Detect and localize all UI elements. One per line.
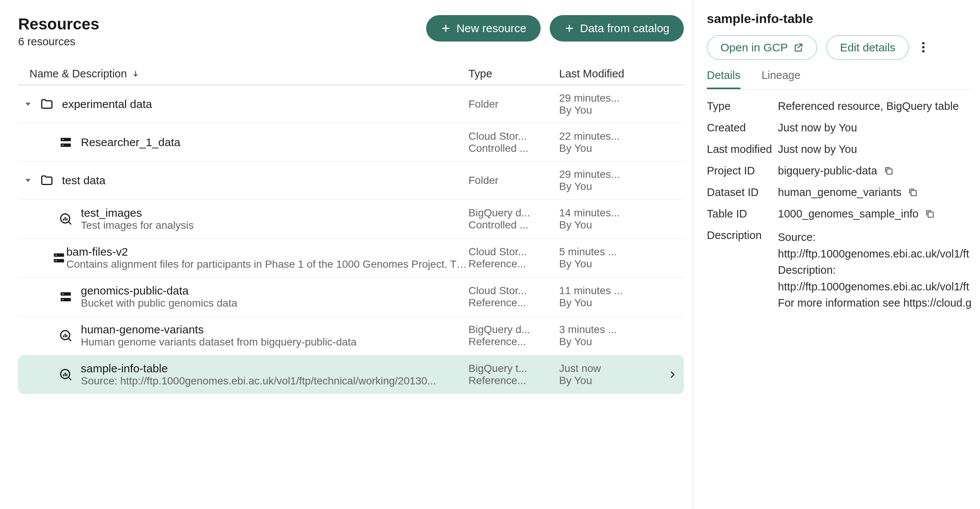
resource-description: Human genome variants dataset from bigqu…: [81, 336, 356, 348]
more-vertical-icon: [922, 41, 925, 53]
table-row[interactable]: test dataFolder29 minutes...By You: [18, 162, 684, 200]
storage-icon: [57, 290, 81, 304]
resource-name: experimental data: [62, 98, 152, 111]
resource-modified: Just nowBy You: [559, 363, 661, 387]
detail-description-value: Source:http://ftp.1000genomes.ebi.ac.uk/…: [778, 229, 972, 311]
copy-icon: [924, 208, 935, 219]
open-in-gcp-button[interactable]: Open in GCP: [707, 35, 817, 60]
tab-lineage[interactable]: Lineage: [762, 69, 800, 89]
resource-count: 6 resources: [18, 35, 426, 48]
resource-name: genomics-public-data: [81, 284, 237, 297]
detail-project-id-value: bigquery-public-data: [778, 165, 877, 177]
page-title: Resources: [18, 15, 426, 33]
copy-icon: [907, 187, 918, 198]
folder-icon: [38, 97, 62, 111]
copy-table-id-button[interactable]: [924, 208, 935, 220]
resource-modified: 3 minutes ...By You: [559, 323, 661, 348]
plus-icon: [441, 23, 451, 33]
bq-icon: [57, 329, 81, 343]
resource-modified: 5 minutes ...By You: [559, 246, 661, 270]
expand-toggle[interactable]: [18, 179, 38, 182]
resource-type: Cloud Stor...Reference...: [468, 246, 559, 270]
sidebar-title: sample-info-table: [707, 11, 972, 26]
resource-name: test data: [62, 174, 105, 187]
table-row[interactable]: sample-info-tableSource: http://ftp.1000…: [18, 355, 684, 394]
detail-modified-value: Just now by You: [778, 143, 857, 155]
resource-description: Source: http://ftp.1000genomes.ebi.ac.uk…: [81, 375, 436, 387]
details-sidebar: sample-info-table Open in GCP Edit detai…: [693, 0, 980, 509]
table-row[interactable]: test_imagesTest images for analysisBigQu…: [18, 200, 684, 239]
folder-icon: [38, 174, 62, 187]
resource-type: BigQuery d...Reference...: [468, 323, 559, 348]
data-from-catalog-button[interactable]: Data from catalog: [550, 15, 684, 41]
detail-created-value: Just now by You: [778, 122, 857, 134]
resource-type: Cloud Stor...Controlled ...: [468, 130, 559, 154]
resource-description: Test images for analysis: [81, 219, 194, 232]
new-resource-button[interactable]: New resource: [426, 15, 541, 41]
resource-name: test_images: [81, 206, 194, 219]
resource-name: bam-files-v2: [66, 246, 468, 258]
resource-type: BigQuery d...Controlled ...: [468, 207, 559, 231]
resource-description: Contains alignment files for participant…: [66, 258, 468, 270]
detail-dataset-id-label: Dataset ID: [707, 186, 775, 198]
table-row[interactable]: experimental dataFolder29 minutes...By Y…: [18, 85, 684, 124]
resource-name: human-genome-variants: [81, 323, 356, 336]
new-resource-label: New resource: [457, 22, 526, 35]
resource-name: Researcher_1_data: [81, 136, 181, 149]
copy-dataset-id-button[interactable]: [907, 187, 918, 198]
expand-toggle[interactable]: [18, 102, 38, 106]
detail-table-id-label: Table ID: [707, 208, 775, 220]
table-row[interactable]: genomics-public-dataBucket with public g…: [18, 277, 684, 316]
column-header-name[interactable]: Name & Description: [18, 68, 468, 80]
resource-type: Folder: [468, 174, 559, 187]
tab-details[interactable]: Details: [707, 69, 740, 89]
plus-icon: [564, 23, 574, 33]
detail-dataset-id-value: human_genome_variants: [778, 186, 901, 198]
column-header-type[interactable]: Type: [468, 68, 559, 80]
resource-description: Bucket with public genomics data: [81, 297, 237, 309]
detail-project-id-label: Project ID: [707, 165, 775, 177]
chevron-right-icon: [668, 370, 677, 379]
edit-details-button[interactable]: Edit details: [826, 35, 909, 60]
table-row[interactable]: human-genome-variantsHuman genome varian…: [18, 316, 684, 355]
resource-type: Folder: [468, 98, 559, 110]
storage-icon: [50, 251, 67, 265]
detail-created-label: Created: [707, 122, 775, 134]
resource-modified: 11 minutes ...By You: [559, 285, 661, 309]
caret-down-icon: [25, 102, 30, 106]
table-row[interactable]: Researcher_1_dataCloud Stor...Controlled…: [18, 124, 684, 162]
copy-project-id-button[interactable]: [883, 165, 894, 177]
resource-type: Cloud Stor...Reference...: [468, 285, 559, 309]
table-row[interactable]: bam-files-v2Contains alignment files for…: [18, 239, 684, 277]
more-actions-button[interactable]: [918, 37, 929, 58]
copy-icon: [883, 165, 894, 176]
resources-table: Name & Description Type Last Modified ex…: [18, 63, 684, 394]
detail-type-label: Type: [707, 100, 775, 113]
resource-modified: 29 minutes...By You: [559, 92, 661, 116]
data-from-catalog-label: Data from catalog: [580, 22, 670, 35]
column-header-modified[interactable]: Last Modified: [559, 68, 661, 80]
resource-modified: 29 minutes...By You: [559, 168, 661, 193]
bq-icon: [57, 368, 81, 381]
detail-type-value: Referenced resource, BigQuery table: [778, 100, 959, 113]
resource-name: sample-info-table: [81, 362, 436, 375]
storage-icon: [57, 136, 81, 149]
detail-description-label: Description: [707, 229, 775, 242]
caret-down-icon: [25, 179, 30, 182]
resource-modified: 14 minutes...By You: [559, 207, 661, 231]
open-external-icon: [793, 42, 803, 53]
resource-type: BigQuery t...Reference...: [468, 363, 559, 387]
detail-modified-label: Last modified: [707, 143, 775, 155]
sort-arrow-down-icon: [132, 70, 140, 78]
bq-icon: [57, 212, 81, 226]
resource-modified: 22 minutes...By You: [559, 130, 661, 154]
detail-table-id-value: 1000_genomes_sample_info: [778, 208, 918, 220]
